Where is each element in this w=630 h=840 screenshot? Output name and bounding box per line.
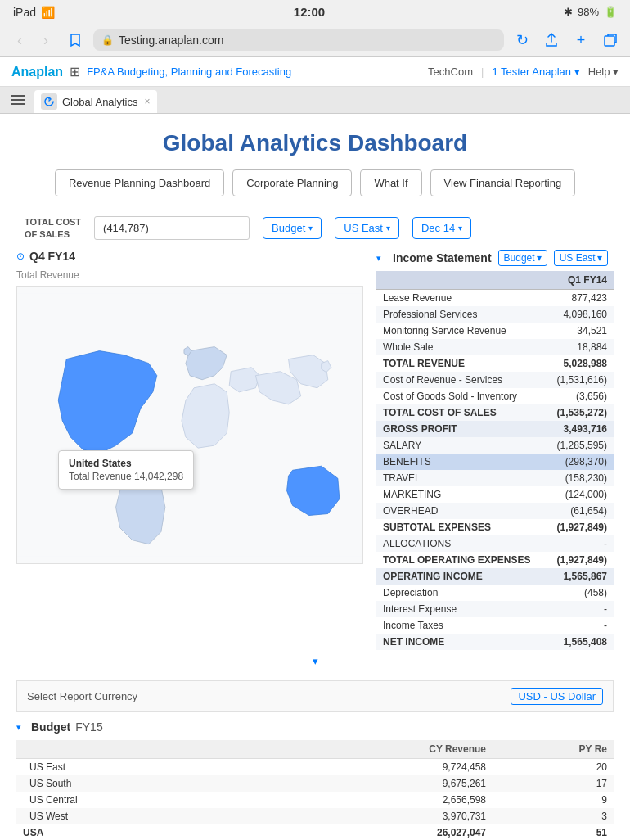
tabs-button[interactable] [599,29,622,52]
right-column: ▾ Income Statement Budget ▾ US East ▾ Q1… [376,250,614,650]
income-row-value: 1,565,408 [547,634,614,650]
income-table-row: SUBTOTAL EXPENSES(1,927,849) [376,519,614,535]
income-region-filter[interactable]: US East ▾ [554,250,608,266]
budget-row-cy: 9,724,458 [286,759,493,776]
income-row-label: SUBTOTAL EXPENSES [376,519,547,535]
income-row-value: (298,370) [547,454,614,470]
tab-refresh-icon[interactable] [41,93,57,110]
income-budget-filter[interactable]: Budget ▾ [498,250,547,266]
income-row-value: 5,028,988 [547,355,614,372]
income-row-label: NET INCOME [376,634,547,650]
budget-row-label: US West [16,808,286,824]
income-statement-table: Q1 FY14 Lease Revenue877,423Professional… [376,271,614,650]
tab-close-icon[interactable]: × [145,96,151,107]
tab-label: Global Analytics [62,96,138,108]
currency-label: Select Report Currency [27,690,137,702]
income-row-value: (1,531,616) [547,372,614,388]
income-row-label: Whole Sale [376,339,547,355]
budget-collapse-arrow[interactable]: ▾ [16,722,26,732]
status-bar: iPad 📶 12:00 ✱ 98% 🔋 [0,0,630,24]
svg-rect-3 [11,103,25,105]
income-table-row: OVERHEAD(61,654) [376,503,614,519]
income-table-row: OPERATING INCOME1,565,867 [376,568,614,585]
region-caret-icon: ▾ [386,224,390,233]
dashboard-title: Global Analytics Dashboard [0,130,630,156]
battery-icon: 🔋 [604,6,617,18]
income-table-row: Income Taxes- [376,617,614,634]
total-cost-value-input[interactable] [94,216,250,240]
budget-year: FY15 [75,720,102,734]
income-row-label: BENEFITS [376,454,547,470]
date-filter-dropdown[interactable]: Dec 14 ▾ [412,217,471,239]
income-collapse-arrow[interactable]: ▾ [376,253,386,263]
battery-percentage: 98% [578,6,599,18]
income-row-value: (1,285,595) [547,437,614,454]
currency-value[interactable]: USD - US Dollar [511,688,603,705]
income-row-label: Lease Revenue [376,290,547,307]
budget-row-cy: 26,027,047 [286,824,493,840]
help-link[interactable]: Help ▾ [588,65,619,78]
user-link[interactable]: 1 Tester Anaplan ▾ [492,65,579,78]
budget-row-py: 20 [493,759,614,776]
main-content: Global Analytics Dashboard Revenue Plann… [0,114,630,840]
budget-table-row: US West3,970,7313 [16,808,614,824]
income-row-value: 18,884 [547,339,614,355]
app-header-right: TechCom | 1 Tester Anaplan ▾ Help ▾ [428,65,619,78]
map-tooltip-title: United States [69,458,183,469]
budget-col-py: PY Re [493,740,614,759]
income-row-label: OVERHEAD [376,503,547,519]
income-table-row: ALLOCATIONS- [376,535,614,552]
budget-col-name [16,740,286,759]
budget-caret-icon: ▾ [308,224,313,233]
section-collapse-arrow[interactable]: ▾ [0,650,630,672]
income-row-label: Monitoring Service Revenue [376,323,547,339]
url-bar[interactable]: 🔒 Testing.anaplan.com [93,29,504,51]
income-col-q1: Q1 FY14 [547,271,614,290]
income-row-value: 4,098,160 [547,306,614,323]
tab-global-analytics[interactable]: Global Analytics × [34,90,157,113]
income-row-label: Cost of Revenue - Services [376,372,547,388]
what-if-button[interactable]: What If [360,169,421,196]
time-display: 12:00 [294,5,325,19]
user-caret-icon: ▾ [574,65,580,78]
currency-section: Select Report Currency USD - US Dollar [0,680,630,712]
budget-table-row: US Central2,656,5989 [16,792,614,808]
income-table-row: Cost of Goods Sold - Inventory(3,656) [376,388,614,404]
budget-section-header: ▾ Budget FY15 [16,720,614,734]
sidebar-toggle[interactable] [8,90,28,110]
income-budget-caret: ▾ [537,252,542,264]
income-row-value: - [547,601,614,617]
q4-collapse-arrow[interactable]: ⊙ [16,251,25,262]
share-button[interactable] [540,29,563,52]
income-table-row: MARKETING(124,000) [376,486,614,503]
back-button[interactable]: ‹ [8,29,31,52]
income-row-value: (1,535,272) [547,404,614,421]
budget-table-row: USA26,027,04751 [16,824,614,840]
app-title[interactable]: FP&A Budgeting, Planning and Forecasting [87,65,291,78]
revenue-planning-button[interactable]: Revenue Planning Dashboard [55,169,224,196]
income-row-label: Depreciation [376,585,547,601]
income-row-value: 1,565,867 [547,568,614,585]
world-map-svg [17,287,362,563]
income-table-row: Whole Sale18,884 [376,339,614,355]
corporate-planning-button[interactable]: Corporate Planning [232,169,352,196]
view-financial-button[interactable]: View Financial Reporting [430,169,576,196]
budget-section: ▾ Budget FY15 CY Revenue PY Re US East9,… [0,712,630,840]
bluetooth-icon: ✱ [564,6,573,18]
budget-row-py: 51 [493,824,614,840]
income-row-label: Interest Expense [376,601,547,617]
filters-row: TOTAL COST OF SALES Budget ▾ US East ▾ D… [0,210,630,250]
budget-row-label: USA [16,824,286,840]
bookmarks-button[interactable] [64,29,87,52]
new-tab-button[interactable]: + [569,29,592,52]
income-table-row: BENEFITS(298,370) [376,454,614,470]
forward-button[interactable]: › [34,29,57,52]
income-row-label: TOTAL COST OF SALES [376,404,547,421]
income-row-label: OPERATING INCOME [376,568,547,585]
income-region-caret: ▾ [597,252,602,264]
budget-filter-dropdown[interactable]: Budget ▾ [263,217,322,239]
income-table-row: Professional Services4,098,160 [376,306,614,323]
income-row-label: ALLOCATIONS [376,535,547,552]
reload-button[interactable]: ↻ [511,29,533,52]
region-filter-dropdown[interactable]: US East ▾ [335,217,399,239]
